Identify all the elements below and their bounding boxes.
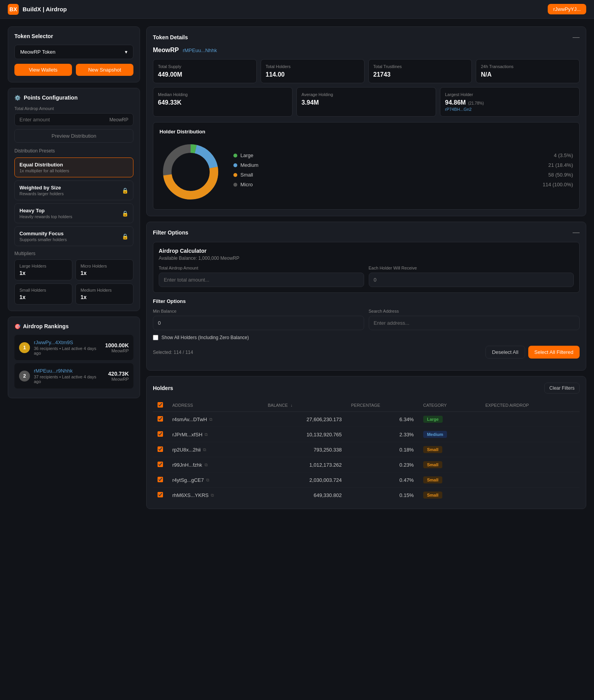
points-config-header: ⚙️ Points Configuration: [14, 94, 133, 101]
stat-24h-transactions: 24h Transactions N/A: [476, 59, 580, 83]
row-airdrop: [481, 412, 580, 427]
search-address-label: Search Address: [369, 309, 580, 313]
multipliers-grid: Large Holders 1x Micro Holders 1x Small …: [14, 259, 133, 304]
token-identity: MeowRP rMPEuu...Nhhk: [153, 47, 580, 54]
multipliers-label: Multipliers: [14, 251, 133, 256]
stat-total-supply: Total Supply 449.00M: [153, 59, 257, 83]
copy-icon[interactable]: ⧉: [205, 462, 208, 467]
clear-filters-button[interactable]: Clear Filters: [544, 383, 580, 394]
col-category: CATEGORY: [419, 399, 481, 412]
row-address: rJPrMt...xfSH ⧉: [172, 432, 258, 438]
deselect-all-button[interactable]: Deselect All: [485, 346, 525, 359]
stat-average-holding: Average Holding 3.94M: [296, 87, 436, 117]
row-balance: 793,250.338: [263, 442, 346, 457]
row-checkbox[interactable]: [158, 477, 163, 482]
new-snapshot-button[interactable]: New Snapshot: [76, 64, 133, 76]
selected-count: Selected: 114 / 114: [153, 350, 193, 355]
row-category: Small: [423, 446, 442, 453]
row-category: Medium: [423, 431, 447, 438]
legend-dot-small: [233, 173, 237, 177]
preset-heavy-top[interactable]: Heavy Top Heavily rewards top holders 🔒: [14, 203, 133, 223]
stat-total-trustlines: Total Trustlines 21743: [368, 59, 472, 83]
multiplier-small: Small Holders 1x: [14, 284, 72, 304]
rankings-header: 🎯 Airdrop Rankings: [14, 323, 133, 329]
calc-each-input[interactable]: [369, 273, 574, 287]
row-checkbox[interactable]: [158, 492, 163, 497]
copy-icon[interactable]: ⧉: [206, 478, 209, 483]
ranking-item-1[interactable]: 1 rJwwPy...4Xtm9S 36 recipients • Last a…: [14, 335, 133, 360]
show-all-checkbox[interactable]: [153, 335, 158, 340]
total-airdrop-label: Total Airdrop Amount: [14, 106, 133, 111]
token-selector-actions: View Wallets New Snapshot: [14, 64, 133, 76]
amount-input[interactable]: [19, 117, 109, 122]
row-checkbox[interactable]: [158, 446, 163, 452]
distribution-content: Large 4 (3.5%) Medium 21 (18.4%): [159, 141, 573, 203]
copy-icon[interactable]: ⧉: [203, 447, 206, 452]
row-balance: 1,012,173.262: [263, 457, 346, 472]
calc-total-input[interactable]: [159, 273, 364, 287]
filter-options-card: Filter Options — Airdrop Calculator Avai…: [146, 222, 586, 371]
row-address: r4smAv...DTwH ⧉: [172, 416, 258, 422]
rank-amount-1: 1000.00K MeowRP: [105, 342, 129, 353]
row-checkbox[interactable]: [158, 416, 163, 422]
row-airdrop: [481, 488, 580, 503]
calc-total-label: Total Airdrop Amount: [159, 266, 364, 270]
select-all-filtered-button[interactable]: Select All Filtered: [528, 346, 580, 359]
token-address: rMPEuu...Nhhk: [183, 47, 217, 53]
stats-grid-bottom: Median Holding 649.33K Average Holding 3…: [153, 87, 580, 117]
row-checkbox[interactable]: [158, 462, 163, 467]
row-address: r99JnH...fzhk ⧉: [172, 462, 258, 468]
ranking-item-2[interactable]: 2 rMPEuu...r9Nhhk 37 recipients • Last a…: [14, 363, 133, 388]
legend-micro: Micro 114 (100.0%): [233, 182, 573, 187]
col-balance[interactable]: Balance ↓: [263, 399, 346, 412]
copy-icon[interactable]: ⧉: [205, 432, 208, 437]
minimize-button[interactable]: —: [573, 33, 580, 41]
token-details-card: Token Details — MeowRP rMPEuu...Nhhk Tot…: [146, 26, 586, 216]
preset-equal[interactable]: Equal Distribution 1x multiplier for all…: [14, 158, 133, 177]
amount-input-row: MeowRP: [14, 113, 133, 126]
row-category: Small: [423, 492, 442, 499]
token-details-card-title: Token Details: [153, 34, 188, 40]
copy-icon[interactable]: ⧉: [209, 417, 212, 422]
lock-icon-2: 🔒: [122, 210, 128, 217]
table-row: r4smAv...DTwH ⧉ 27,606,230.173 6.34% Lar…: [153, 412, 580, 427]
show-all-label: Show All Holders (Including Zero Balance…: [161, 335, 249, 340]
legend-dot-large: [233, 154, 237, 158]
row-address: rp2U8x...2hii ⧉: [172, 447, 258, 453]
calc-each-label: Each Holder Will Receive: [369, 266, 574, 270]
amount-unit: MeowRP: [109, 117, 128, 122]
presets-label: Distribution Presets: [14, 148, 133, 154]
token-selector-dropdown[interactable]: MeowRP Token ▾: [14, 45, 133, 59]
select-all-checkbox[interactable]: [158, 402, 163, 408]
table-row: r4ytSg...gCE7 ⧉ 2,030,003.724 0.47% Smal…: [153, 472, 580, 488]
row-address: rhM6XS...YKRS ⧉: [172, 492, 258, 498]
table-row: r99JnH...fzhk ⧉ 1,012,173.262 0.23% Smal…: [153, 457, 580, 472]
multiplier-large: Large Holders 1x: [14, 259, 72, 280]
stat-median-holding: Median Holding 649.33K: [153, 87, 293, 117]
view-wallets-button[interactable]: View Wallets: [14, 64, 72, 76]
search-address-input[interactable]: [369, 316, 580, 330]
legend-dot-medium: [233, 163, 237, 167]
row-balance: 649,330.802: [263, 488, 346, 503]
preset-community[interactable]: Community Focus Supports smaller holders…: [14, 226, 133, 246]
wallet-button[interactable]: rJwwPyYJ...: [548, 4, 586, 14]
filter-options-header: Filter Options —: [153, 228, 580, 236]
preset-heavy-top-sub: Heavily rewards top holders: [19, 214, 128, 219]
largest-holder-link[interactable]: rP74BH...Gn2: [445, 107, 575, 112]
preset-community-title: Community Focus: [19, 231, 128, 236]
distribution-title: Holder Distribution: [159, 129, 573, 135]
holders-title: Holders: [153, 385, 173, 391]
filter-minimize-button[interactable]: —: [573, 228, 580, 236]
points-config-card: ⚙️ Points Configuration Total Airdrop Am…: [8, 88, 140, 311]
rank-address-2: rMPEuu...r9Nhhk: [34, 368, 104, 374]
preview-distribution-button[interactable]: Preview Distribution: [14, 129, 133, 143]
row-checkbox[interactable]: [158, 431, 163, 437]
preset-weighted[interactable]: Weighted by Size Rewards larger holders …: [14, 180, 133, 200]
copy-icon[interactable]: ⧉: [211, 493, 214, 498]
row-pct: 6.34%: [346, 412, 418, 427]
app-logo: BX BuildX | Airdrop: [8, 4, 67, 15]
row-category: Small: [423, 461, 442, 468]
token-header: Token Details —: [153, 33, 580, 41]
chevron-down-icon: ▾: [125, 49, 128, 55]
min-balance-input[interactable]: [153, 316, 364, 330]
